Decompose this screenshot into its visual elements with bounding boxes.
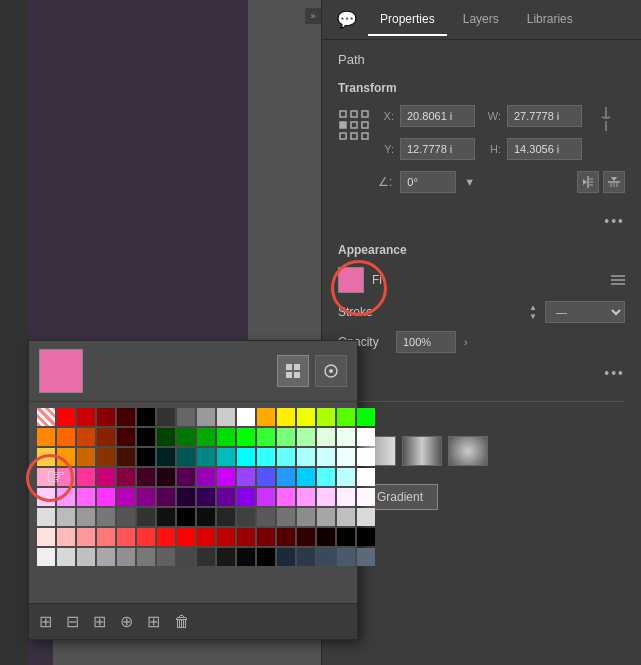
swatch[interactable] bbox=[277, 488, 295, 506]
swatch[interactable] bbox=[177, 528, 195, 546]
swatch[interactable] bbox=[57, 428, 75, 446]
swatch[interactable] bbox=[177, 428, 195, 446]
swatch[interactable] bbox=[297, 488, 315, 506]
swatch[interactable] bbox=[297, 428, 315, 446]
swatch[interactable] bbox=[197, 408, 215, 426]
swatch[interactable] bbox=[197, 448, 215, 466]
swatch[interactable] bbox=[137, 488, 155, 506]
swatch[interactable] bbox=[157, 548, 175, 566]
swatch[interactable] bbox=[57, 548, 75, 566]
merge-icon[interactable]: ⊞ bbox=[147, 612, 160, 631]
swatch[interactable] bbox=[77, 488, 95, 506]
swatch[interactable] bbox=[97, 508, 115, 526]
swatch[interactable] bbox=[57, 508, 75, 526]
add-folder-icon[interactable]: ⊕ bbox=[120, 612, 133, 631]
swatch[interactable] bbox=[37, 428, 55, 446]
swatch[interactable] bbox=[237, 508, 255, 526]
swatch[interactable] bbox=[117, 428, 135, 446]
swatch[interactable] bbox=[137, 428, 155, 446]
swatch[interactable] bbox=[97, 448, 115, 466]
delete-icon[interactable]: 🗑 bbox=[174, 613, 190, 631]
swatches-view-icon[interactable] bbox=[277, 355, 309, 387]
swatch[interactable] bbox=[317, 408, 335, 426]
swatch[interactable] bbox=[57, 448, 75, 466]
picker-preview-swatch[interactable] bbox=[39, 349, 83, 393]
opacity-arrow[interactable]: › bbox=[464, 336, 468, 348]
swatch[interactable] bbox=[137, 468, 155, 486]
swatch[interactable] bbox=[117, 408, 135, 426]
swatch[interactable] bbox=[337, 448, 355, 466]
swatch[interactable] bbox=[317, 448, 335, 466]
y-input[interactable] bbox=[400, 138, 475, 160]
swatch[interactable] bbox=[197, 508, 215, 526]
swatch[interactable] bbox=[297, 408, 315, 426]
swatch[interactable] bbox=[217, 508, 235, 526]
swatch[interactable] bbox=[217, 528, 235, 546]
comment-icon[interactable]: 💬 bbox=[334, 7, 360, 33]
flip-vertical-button[interactable] bbox=[603, 171, 625, 193]
swatch[interactable] bbox=[337, 468, 355, 486]
swatch[interactable] bbox=[157, 468, 175, 486]
swatch[interactable] bbox=[197, 428, 215, 446]
tab-properties[interactable]: Properties bbox=[368, 4, 447, 36]
swatch[interactable] bbox=[237, 448, 255, 466]
swatch[interactable] bbox=[277, 528, 295, 546]
swatch[interactable] bbox=[277, 468, 295, 486]
swatch[interactable] bbox=[217, 488, 235, 506]
swatch[interactable] bbox=[237, 408, 255, 426]
swatch[interactable] bbox=[77, 428, 95, 446]
swatch[interactable] bbox=[157, 528, 175, 546]
swatch[interactable] bbox=[117, 488, 135, 506]
swatch[interactable] bbox=[117, 548, 135, 566]
swatch[interactable] bbox=[157, 428, 175, 446]
swatch[interactable] bbox=[77, 468, 95, 486]
swatch[interactable] bbox=[137, 548, 155, 566]
swatch[interactable] bbox=[357, 528, 375, 546]
swatch[interactable] bbox=[217, 468, 235, 486]
swatch[interactable] bbox=[257, 488, 275, 506]
swatch[interactable] bbox=[257, 428, 275, 446]
swatch[interactable] bbox=[117, 508, 135, 526]
swatch[interactable] bbox=[97, 548, 115, 566]
swatch[interactable] bbox=[117, 528, 135, 546]
swatch[interactable] bbox=[117, 468, 135, 486]
swatch[interactable] bbox=[137, 528, 155, 546]
color-wheel-icon[interactable] bbox=[315, 355, 347, 387]
swatch[interactable] bbox=[357, 488, 375, 506]
swatch[interactable] bbox=[337, 428, 355, 446]
swatch[interactable] bbox=[277, 408, 295, 426]
swatch[interactable] bbox=[217, 448, 235, 466]
swatch[interactable] bbox=[257, 448, 275, 466]
swatch[interactable] bbox=[357, 448, 375, 466]
swatch[interactable] bbox=[137, 408, 155, 426]
swatch[interactable] bbox=[117, 448, 135, 466]
swatch[interactable] bbox=[77, 448, 95, 466]
swatch[interactable] bbox=[197, 548, 215, 566]
swatch[interactable] bbox=[317, 548, 335, 566]
swatch[interactable] bbox=[57, 488, 75, 506]
link-proportions-icon[interactable] bbox=[596, 105, 616, 133]
swatch[interactable] bbox=[317, 508, 335, 526]
swatch[interactable] bbox=[217, 428, 235, 446]
swatch[interactable] bbox=[197, 528, 215, 546]
swatch[interactable] bbox=[177, 488, 195, 506]
x-input[interactable] bbox=[400, 105, 475, 127]
swatch[interactable] bbox=[297, 548, 315, 566]
swatch[interactable] bbox=[77, 408, 95, 426]
swatch[interactable] bbox=[37, 528, 55, 546]
swatch[interactable] bbox=[177, 408, 195, 426]
swatch[interactable] bbox=[337, 528, 355, 546]
swatch[interactable] bbox=[97, 488, 115, 506]
swatch[interactable] bbox=[137, 508, 155, 526]
add-swatch-icon[interactable]: ⊞ bbox=[39, 612, 52, 631]
swatch[interactable] bbox=[257, 548, 275, 566]
swatch[interactable] bbox=[177, 548, 195, 566]
swatch[interactable] bbox=[237, 488, 255, 506]
swatch[interactable] bbox=[177, 468, 195, 486]
transform-reference-icon[interactable] bbox=[338, 109, 370, 141]
swatch[interactable] bbox=[77, 508, 95, 526]
swatch[interactable] bbox=[97, 528, 115, 546]
angle-dropdown[interactable]: ▼ bbox=[464, 176, 475, 188]
transform-more-menu[interactable]: ••• bbox=[338, 209, 625, 233]
swatch[interactable] bbox=[257, 528, 275, 546]
